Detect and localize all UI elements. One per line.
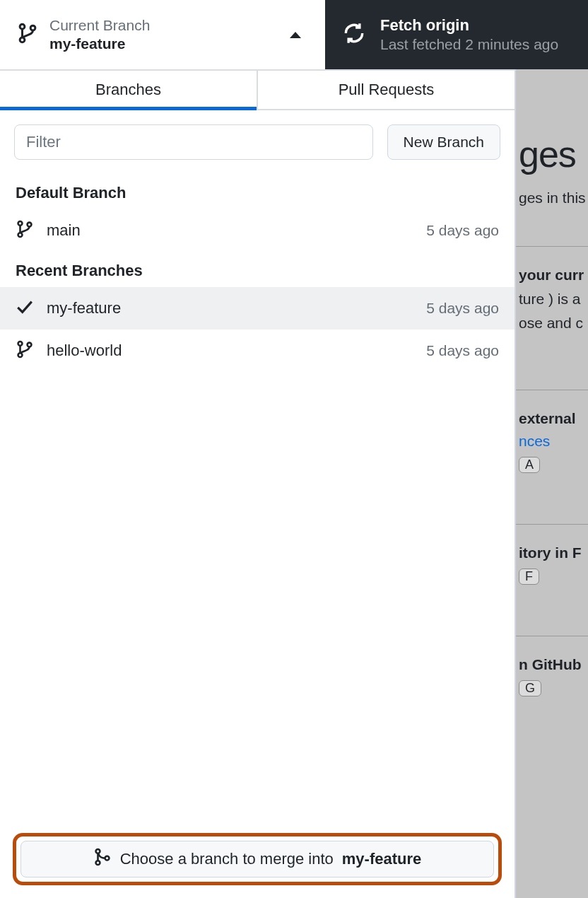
git-merge-icon (93, 847, 112, 871)
filter-input[interactable] (14, 124, 373, 160)
branch-name: my-feature (47, 299, 413, 317)
svg-point-10 (95, 861, 100, 865)
choose-branch-to-merge-button[interactable]: Choose a branch to merge into my-feature (20, 841, 494, 877)
svg-point-3 (18, 221, 23, 226)
git-branch-icon (16, 339, 34, 362)
keyboard-shortcut: A (519, 457, 540, 473)
branch-time: 5 days ago (426, 342, 499, 359)
filter-row: New Branch (0, 110, 514, 174)
svg-point-5 (28, 223, 32, 227)
tab-pull-requests[interactable]: Pull Requests (258, 71, 514, 109)
branch-time: 5 days ago (426, 300, 499, 317)
bg-section: your curr ture ) is a ose and c (516, 246, 588, 354)
bg-section: external nces A (516, 390, 588, 496)
merge-button-prefix: Choose a branch to merge into (120, 850, 334, 868)
git-branch-icon (17, 21, 38, 48)
fetch-origin-button[interactable]: Fetch origin Last fetched 2 minutes ago (325, 0, 588, 69)
bg-text-fragment: ges in this (516, 189, 588, 206)
background-content: ges ges in this your curr ture ) is a os… (516, 69, 588, 719)
tab-branches[interactable]: Branches (0, 71, 258, 109)
keyboard-shortcut: F (519, 568, 539, 585)
svg-point-9 (95, 849, 100, 853)
sync-icon (342, 21, 366, 48)
branch-row-main[interactable]: main 5 days ago (0, 209, 514, 252)
branch-row-my-feature[interactable]: my-feature 5 days ago (0, 287, 514, 330)
caret-up-icon (290, 32, 301, 38)
bg-section: itory in F F (516, 524, 588, 607)
svg-point-2 (30, 25, 35, 30)
svg-point-11 (105, 856, 109, 861)
current-branch-selector[interactable]: Current Branch my-feature (0, 0, 325, 69)
tabs: Branches Pull Requests (0, 69, 514, 110)
branch-dropdown-panel: Branches Pull Requests New Branch Defaul… (0, 69, 516, 898)
check-icon (16, 297, 34, 320)
merge-button-target: my-feature (342, 850, 421, 868)
svg-point-7 (18, 353, 23, 357)
current-branch-value: my-feature (49, 35, 278, 52)
svg-point-1 (20, 37, 25, 42)
current-branch-label: Current Branch (49, 17, 278, 34)
merge-button-highlight: Choose a branch to merge into my-feature (13, 833, 502, 885)
header-bar: Current Branch my-feature Fetch origin L… (0, 0, 588, 69)
keyboard-shortcut: G (519, 680, 541, 696)
new-branch-button[interactable]: New Branch (387, 124, 500, 160)
recent-branches-section-label: Recent Branches (0, 252, 514, 287)
svg-point-6 (18, 342, 23, 346)
merge-footer: Choose a branch to merge into my-feature (0, 820, 514, 898)
branch-name: main (47, 221, 413, 240)
default-branch-section-label: Default Branch (0, 174, 514, 209)
branch-time: 5 days ago (426, 222, 499, 239)
fetch-subtitle: Last fetched 2 minutes ago (380, 36, 558, 53)
branch-name: hello-world (47, 342, 413, 360)
svg-point-0 (20, 24, 25, 29)
bg-heading-fragment: ges (516, 133, 588, 175)
svg-point-4 (18, 233, 23, 237)
branch-row-hello-world[interactable]: hello-world 5 days ago (0, 330, 514, 372)
fetch-title: Fetch origin (380, 16, 558, 35)
svg-point-8 (28, 343, 32, 347)
bg-section: n GitHub G (516, 636, 588, 719)
git-branch-icon (16, 219, 34, 242)
